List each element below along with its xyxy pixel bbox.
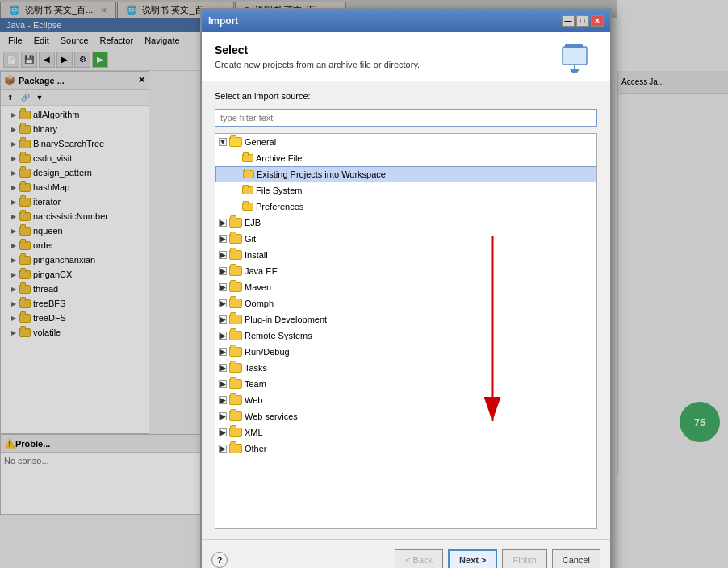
folder-icon [242, 186, 253, 194]
tree-label: Git [245, 234, 256, 244]
tree-item-run-debug[interactable]: ▶ Run/Debug [215, 344, 596, 360]
expand-icon[interactable]: ▶ [219, 315, 227, 324]
tree-label: Remote Systems [245, 331, 312, 340]
tree-label: Maven [245, 282, 271, 292]
tree-item-existing-projects[interactable]: Existing Projects into Workspace [215, 166, 596, 182]
tree-label: Run/Debug [245, 347, 290, 357]
tree-item-archive-file[interactable]: Archive File [215, 150, 596, 166]
back-button[interactable]: < Back [395, 549, 443, 569]
filter-label: Select an import source: [215, 91, 597, 101]
dialog-heading: Select [215, 44, 420, 56]
folder-icon [242, 154, 253, 162]
tree-label: Existing Projects into Workspace [257, 169, 386, 179]
tree-label: File System [256, 186, 302, 195]
tree-label: Team [245, 379, 266, 389]
tree-item-file-system[interactable]: File System [215, 182, 596, 198]
tree-item-install[interactable]: ▶ Install [215, 247, 596, 263]
tree-item-remote-systems[interactable]: ▶ Remote Systems [215, 328, 596, 344]
expand-icon[interactable]: ▶ [219, 396, 227, 404]
dialog-titlebar-buttons: — □ ✕ [562, 15, 604, 27]
expand-icon[interactable]: ▶ [219, 299, 227, 307]
tree-label: Archive File [256, 153, 302, 163]
tree-label: Tasks [245, 363, 267, 373]
dialog-maximize-btn[interactable]: □ [576, 15, 589, 27]
tree-item-other[interactable]: ▶ Other [215, 441, 596, 457]
tree-item-tasks[interactable]: ▶ Tasks [215, 360, 596, 376]
svg-rect-0 [563, 47, 587, 65]
dialog-footer: ? < Back Next > Finish Cancel [202, 539, 610, 568]
footer-left: ? [211, 552, 228, 568]
expand-icon[interactable]: ▼ [219, 138, 227, 146]
folder-icon [229, 218, 242, 228]
folder-icon [229, 250, 242, 260]
tree-label: Preferences [256, 202, 303, 211]
folder-icon [229, 428, 242, 437]
dialog-minimize-btn[interactable]: — [562, 15, 575, 27]
tree-label: Web [245, 395, 262, 405]
tree-item-maven[interactable]: ▶ Maven [215, 279, 596, 295]
close-icon: ✕ [594, 17, 600, 25]
expand-icon[interactable]: ▶ [219, 380, 227, 388]
folder-icon [229, 363, 242, 373]
folder-icon [229, 411, 242, 421]
tree-item-git[interactable]: ▶ Git [215, 231, 596, 247]
expand-icon[interactable]: ▶ [219, 445, 227, 453]
folder-icon [229, 444, 242, 453]
tree-label: Install [245, 250, 268, 260]
filter-input[interactable] [215, 109, 597, 127]
folder-icon [243, 170, 254, 178]
tree-label: Oomph [245, 299, 274, 308]
tree-item-plugin-development[interactable]: ▶ Plug-in Development [215, 311, 596, 328]
next-button[interactable]: Next > [448, 549, 497, 569]
svg-rect-1 [565, 44, 583, 48]
dialog-overlay: Import — □ ✕ Select Create new projects … [0, 0, 728, 568]
folder-icon [229, 137, 242, 147]
tree-item-preferences[interactable]: Preferences [215, 198, 596, 215]
tree-label: Plug-in Development [245, 315, 327, 324]
folder-icon [229, 347, 242, 357]
folder-icon [229, 395, 242, 405]
expand-icon[interactable]: ▶ [219, 412, 227, 420]
dialog-header-text: Select Create new projects from an archi… [215, 44, 420, 69]
tree-item-javaee[interactable]: ▶ Java EE [215, 263, 596, 279]
tree-item-ejb[interactable]: ▶ EJB [215, 215, 596, 231]
tree-label: XML [245, 428, 263, 437]
tree-item-team[interactable]: ▶ Team [215, 376, 596, 392]
tree-item-oomph[interactable]: ▶ Oomph [215, 295, 596, 311]
dialog-header: Select Create new projects from an archi… [202, 32, 610, 81]
tree-item-web[interactable]: ▶ Web [215, 392, 596, 408]
footer-right: < Back Next > Finish Cancel [395, 549, 600, 569]
import-dialog: Import — □ ✕ Select Create new projects … [200, 8, 612, 568]
dialog-header-icon [559, 40, 597, 73]
expand-icon[interactable]: ▶ [219, 348, 227, 356]
dialog-close-btn[interactable]: ✕ [591, 15, 604, 27]
expand-icon[interactable]: ▶ [219, 219, 227, 227]
cancel-button[interactable]: Cancel [552, 549, 600, 569]
folder-icon [229, 315, 242, 324]
expand-icon[interactable]: ▶ [219, 364, 227, 372]
tree-label: EJB [245, 218, 261, 228]
finish-button[interactable]: Finish [502, 549, 546, 569]
dialog-titlebar: Import — □ ✕ [202, 10, 610, 32]
tree-item-xml[interactable]: ▶ XML [215, 424, 596, 441]
folder-icon [229, 331, 242, 340]
tree-label: General [245, 137, 276, 147]
tree-label: Java EE [245, 266, 278, 276]
tree-label: Web services [245, 411, 298, 421]
tree-item-web-services[interactable]: ▶ Web services [215, 408, 596, 424]
help-button[interactable]: ? [211, 552, 228, 568]
expand-icon[interactable]: ▶ [219, 332, 227, 340]
tree-item-general[interactable]: ▼ General [215, 134, 596, 150]
import-source-tree: ▼ General Archive File Existing Projects… [215, 133, 597, 529]
tree-label: Other [245, 444, 267, 453]
minimize-icon: — [565, 17, 572, 25]
expand-icon[interactable]: ▶ [219, 267, 227, 275]
expand-icon[interactable]: ▶ [219, 283, 227, 291]
folder-icon [229, 379, 242, 389]
expand-icon[interactable]: ▶ [219, 428, 227, 436]
expand-icon[interactable]: ▶ [219, 251, 227, 259]
dialog-title: Import [208, 15, 238, 27]
maximize-icon: □ [580, 17, 584, 25]
expand-icon[interactable]: ▶ [219, 235, 227, 243]
help-icon: ? [217, 555, 223, 565]
